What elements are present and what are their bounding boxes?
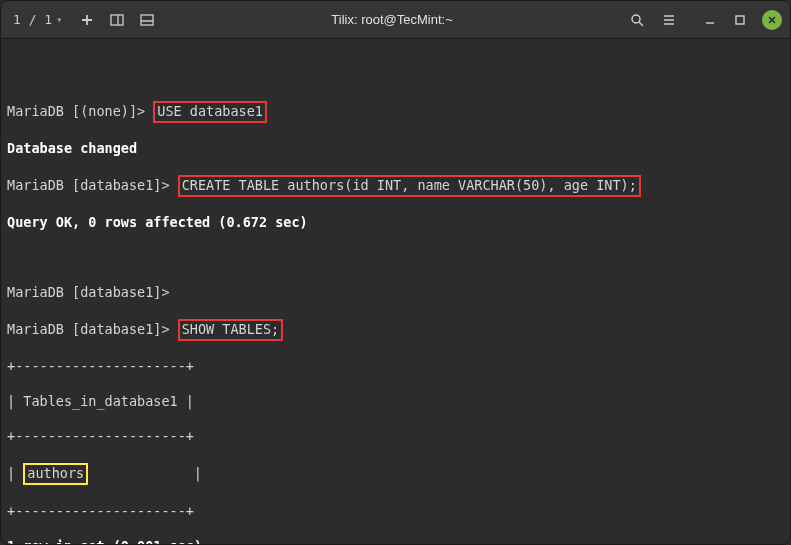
svg-line-5 (639, 22, 643, 26)
chevron-down-icon: ▾ (56, 14, 62, 25)
prompt: MariaDB [database1]> (7, 321, 170, 337)
table-border: +---------------------+ (7, 358, 784, 376)
terminal-output[interactable]: MariaDB [(none)]> USE database1 Database… (1, 39, 790, 545)
prompt: MariaDB [database1]> (7, 177, 170, 193)
table-border: +---------------------+ (7, 503, 784, 521)
terminal-window: 1 / 1 ▾ Tilix: root@TecMint:~ (0, 0, 791, 545)
svg-rect-2 (141, 15, 153, 25)
prompt: MariaDB [(none)]> (7, 103, 145, 119)
window-controls (702, 10, 782, 30)
row-value-authors: authors (23, 463, 88, 485)
titlebar-left: 1 / 1 ▾ (9, 11, 156, 29)
msg-query-ok: Query OK, 0 rows affected (0.672 sec) (7, 214, 784, 232)
split-down-button[interactable] (138, 11, 156, 29)
cmd-show: SHOW TABLES; (178, 319, 284, 341)
table-border: +---------------------+ (7, 428, 784, 446)
msg-1row: 1 row in set (0.001 sec) (7, 538, 784, 545)
row-suffix: | (88, 465, 202, 481)
titlebar-right (628, 10, 782, 30)
page-indicator-text: 1 / 1 (13, 12, 52, 27)
svg-rect-0 (111, 15, 123, 25)
add-tab-button[interactable] (78, 11, 96, 29)
row-prefix: | (7, 465, 23, 481)
window-title: Tilix: root@TecMint:~ (156, 12, 628, 27)
msg-db-changed: Database changed (7, 140, 784, 158)
prompt: MariaDB [database1]> (7, 284, 170, 300)
svg-rect-10 (736, 16, 744, 24)
search-button[interactable] (628, 11, 646, 29)
svg-point-4 (632, 15, 640, 23)
cmd-use: USE database1 (153, 101, 267, 123)
close-button[interactable] (762, 10, 782, 30)
table-header: | Tables_in_database1 | (7, 393, 784, 411)
split-right-button[interactable] (108, 11, 126, 29)
cmd-create: CREATE TABLE authors(id INT, name VARCHA… (178, 175, 641, 197)
minimize-button[interactable] (702, 12, 718, 28)
page-indicator[interactable]: 1 / 1 ▾ (9, 12, 66, 27)
maximize-button[interactable] (732, 12, 748, 28)
titlebar: 1 / 1 ▾ Tilix: root@TecMint:~ (1, 1, 790, 39)
menu-button[interactable] (660, 11, 678, 29)
